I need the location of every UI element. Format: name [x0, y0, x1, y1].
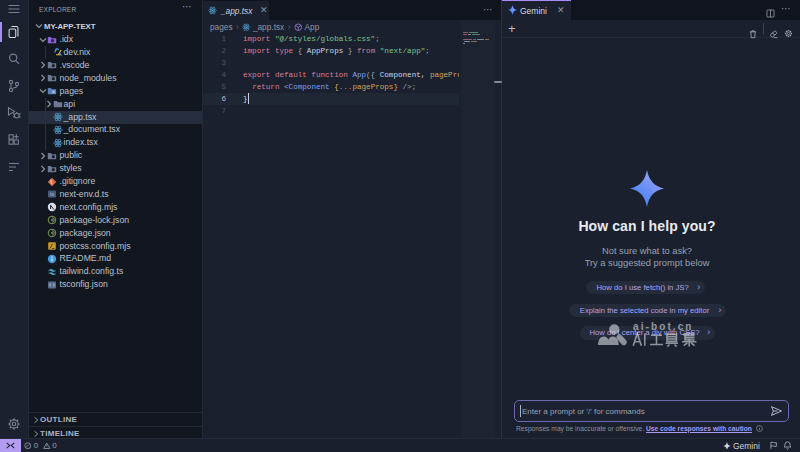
svg-text:ts: ts — [50, 191, 54, 197]
